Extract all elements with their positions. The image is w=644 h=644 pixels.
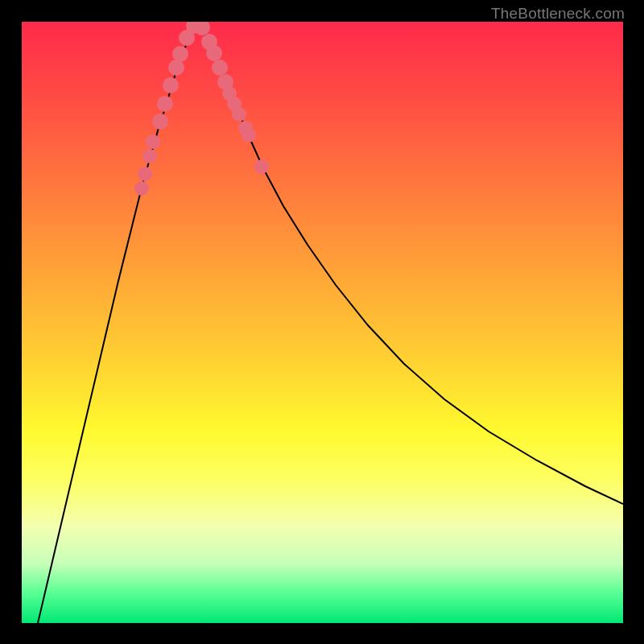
data-marker <box>142 149 157 163</box>
curve-right-branch <box>196 22 623 504</box>
data-marker <box>146 134 160 149</box>
data-marker <box>206 45 222 61</box>
data-marker <box>134 181 149 196</box>
data-marker <box>254 159 269 174</box>
chart-svg <box>22 22 623 623</box>
data-marker <box>138 167 152 181</box>
curve-left-branch <box>38 22 196 623</box>
data-marker <box>152 114 168 130</box>
data-marker <box>212 60 228 76</box>
data-marker <box>157 96 173 112</box>
data-marker <box>168 60 184 76</box>
watermark-text: TheBottleneck.com <box>491 5 625 23</box>
data-marker <box>163 77 179 93</box>
data-marker <box>172 46 188 62</box>
data-marker <box>242 128 256 142</box>
chart-frame: TheBottleneck.com <box>0 0 644 644</box>
plot-area <box>22 22 623 623</box>
data-marker <box>232 107 246 122</box>
